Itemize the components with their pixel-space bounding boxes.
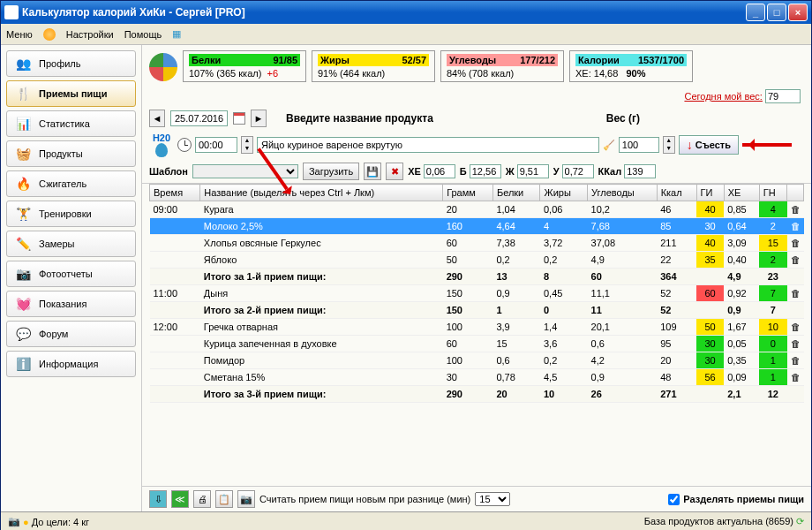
info-icon: ℹ️ bbox=[14, 355, 32, 373]
table-row[interactable]: 11:00Дыня1500,90,4511,152600,927🗑 bbox=[150, 285, 804, 302]
status-camera-icon[interactable]: 📷 bbox=[8, 516, 20, 527]
forum-icon: 💬 bbox=[14, 325, 32, 343]
time-input[interactable] bbox=[195, 137, 237, 153]
down-arrow-icon: ↓ bbox=[687, 138, 693, 152]
weight-spinner[interactable]: ▲▼ bbox=[663, 136, 675, 154]
trash-icon[interactable]: 🗑 bbox=[787, 218, 804, 235]
date-prev-button[interactable]: ◄ bbox=[149, 110, 165, 127]
menu-help[interactable]: Помощь bbox=[124, 29, 162, 40]
sidebar-item-products[interactable]: 🧺Продукты bbox=[6, 140, 136, 167]
eat-button[interactable]: ↓Съесть bbox=[679, 135, 739, 155]
table-row[interactable]: 12:00Гречка отварная1003,91,420,1109501,… bbox=[150, 319, 804, 336]
sidebar-item-burner[interactable]: 🔥Сжигатель bbox=[6, 170, 136, 197]
status-goal-icon: ● bbox=[23, 517, 29, 527]
date-next-button[interactable]: ► bbox=[251, 110, 267, 127]
menu-menu[interactable]: Меню bbox=[6, 29, 33, 40]
sidebar-item-profile[interactable]: 👥Профиль bbox=[6, 50, 136, 77]
calendar-icon[interactable] bbox=[233, 112, 245, 125]
protein-field[interactable] bbox=[470, 164, 501, 178]
fat-field[interactable] bbox=[517, 164, 549, 178]
help-about-icon[interactable]: ▦ bbox=[172, 28, 181, 40]
table-row[interactable]: Итого за 1-й прием пищи:290138603644,923 bbox=[150, 269, 804, 285]
red-arrow-icon bbox=[742, 139, 804, 151]
product-label: Введите название продукта bbox=[286, 112, 433, 125]
split-meals-checkbox[interactable] bbox=[668, 494, 680, 505]
trash-icon[interactable]: 🗑 bbox=[787, 319, 804, 336]
carb-field[interactable] bbox=[562, 164, 594, 178]
export-button[interactable]: ⇩ bbox=[149, 490, 167, 508]
menu-settings[interactable]: Настройки bbox=[66, 29, 114, 40]
table-row[interactable]: Яблоко500,20,24,922350,402🗑 bbox=[150, 252, 804, 269]
profile-icon: 👥 bbox=[14, 55, 32, 72]
trash-icon[interactable]: 🗑 bbox=[787, 369, 804, 386]
status-goal: До цели: 4 кг bbox=[32, 517, 89, 527]
table-row[interactable]: Молоко 2,5%1604,6447,6885300,642🗑 bbox=[150, 218, 804, 235]
sidebar-item-meals[interactable]: 🍴Приемы пищи bbox=[6, 80, 136, 107]
protein-box: Белки91/85 107% (365 ккал) +6 bbox=[183, 50, 306, 82]
diff-label: Считать прием пищи новым при разнице (ми… bbox=[259, 494, 470, 504]
save-template-button[interactable]: 💾 bbox=[364, 163, 381, 180]
table-row[interactable]: Курица запеченная в духовке60153,60,6953… bbox=[150, 336, 804, 352]
burner-icon: 🔥 bbox=[14, 175, 32, 193]
window-title: Калькулятор калорий ХиКи - Сергей [PRO] bbox=[22, 6, 744, 19]
today-weight-link[interactable]: Сегодня мой вес: bbox=[684, 91, 763, 102]
table-row[interactable]: Итого за 3-й прием пищи:2902010262712,11… bbox=[150, 386, 804, 403]
camera-button[interactable]: 📷 bbox=[237, 490, 255, 508]
sidebar-item-photos[interactable]: 📷Фотоотчеты bbox=[6, 261, 136, 287]
products-icon: 🧺 bbox=[14, 145, 32, 163]
minimize-button[interactable]: _ bbox=[746, 4, 765, 21]
trash-icon[interactable]: 🗑 bbox=[787, 201, 804, 218]
time-spinner[interactable]: ▲▼ bbox=[241, 136, 253, 154]
date-field[interactable]: 25.07.2016 bbox=[170, 110, 228, 126]
sidebar-item-trainings[interactable]: 🏋Тренировки bbox=[6, 201, 136, 227]
diff-select[interactable]: 15 bbox=[475, 492, 510, 506]
product-input[interactable] bbox=[257, 137, 599, 153]
xe-field[interactable] bbox=[424, 164, 455, 178]
photos-icon: 📷 bbox=[14, 265, 32, 283]
carb-box: Углеводы177/212 84% (708 ккал) bbox=[440, 50, 564, 82]
load-template-button[interactable]: Загрузить bbox=[303, 163, 359, 180]
copy-button[interactable]: 📋 bbox=[215, 490, 233, 508]
delete-template-button[interactable]: ✖ bbox=[386, 163, 403, 180]
trash-icon[interactable]: 🗑 bbox=[787, 285, 804, 302]
kcal-field[interactable] bbox=[624, 164, 656, 178]
trash-icon[interactable]: 🗑 bbox=[787, 352, 804, 369]
clock-icon bbox=[177, 138, 192, 152]
trash-icon[interactable]: 🗑 bbox=[787, 336, 804, 352]
share-button[interactable]: ≪ bbox=[171, 490, 189, 508]
broom-icon[interactable]: 🧹 bbox=[603, 140, 615, 151]
maximize-button[interactable]: □ bbox=[767, 4, 786, 21]
print-button[interactable]: 🖨 bbox=[193, 490, 211, 508]
readings-icon: 💓 bbox=[14, 295, 32, 313]
refresh-icon[interactable]: ⟳ bbox=[796, 516, 804, 526]
sidebar-item-readings[interactable]: 💓Показания bbox=[6, 291, 136, 317]
meals-table: Время Название (выделять через Ctrl + Лк… bbox=[149, 184, 804, 403]
table-row[interactable]: Сметана 15%300,784,50,948560,091🗑 bbox=[150, 369, 804, 386]
h20-label: H20 bbox=[153, 132, 170, 143]
sidebar-item-forum[interactable]: 💬Форум bbox=[6, 321, 136, 347]
trash-icon[interactable]: 🗑 bbox=[787, 235, 804, 252]
table-row[interactable]: Хлопья овсяные Геркулес607,383,7237,0821… bbox=[150, 235, 804, 252]
weight-input[interactable] bbox=[619, 137, 659, 153]
meals-icon: 🍴 bbox=[14, 85, 32, 102]
trash-icon[interactable] bbox=[787, 386, 804, 403]
pie-chart-icon bbox=[149, 53, 177, 81]
measures-icon: ✏️ bbox=[14, 235, 32, 253]
sidebar-item-stats[interactable]: 📊Статистика bbox=[6, 110, 136, 137]
table-row[interactable]: Итого за 2-й прием пищи:1501011520,97 bbox=[150, 302, 804, 319]
menubar: Меню Настройки Помощь ▦ bbox=[1, 24, 811, 45]
trash-icon[interactable] bbox=[787, 302, 804, 319]
trash-icon[interactable] bbox=[787, 269, 804, 285]
sidebar-item-measures[interactable]: ✏️Замеры bbox=[6, 231, 136, 257]
table-row[interactable]: 09:00Курага201,040,0610,246400,854🗑 bbox=[150, 201, 804, 218]
sidebar-item-info[interactable]: ℹ️Информация bbox=[6, 351, 136, 377]
today-weight-input[interactable] bbox=[765, 89, 801, 103]
trainings-icon: 🏋 bbox=[14, 205, 32, 223]
water-drop-icon[interactable] bbox=[155, 143, 168, 157]
close-button[interactable]: × bbox=[788, 4, 808, 21]
sidebar: 👥Профиль 🍴Приемы пищи 📊Статистика 🧺Проду… bbox=[1, 45, 142, 511]
trash-icon[interactable]: 🗑 bbox=[787, 252, 804, 269]
table-row[interactable]: Помидор1000,60,24,220300,351🗑 bbox=[150, 352, 804, 369]
gear-icon bbox=[43, 28, 56, 41]
titlebar: Калькулятор калорий ХиКи - Сергей [PRO] … bbox=[1, 1, 811, 24]
